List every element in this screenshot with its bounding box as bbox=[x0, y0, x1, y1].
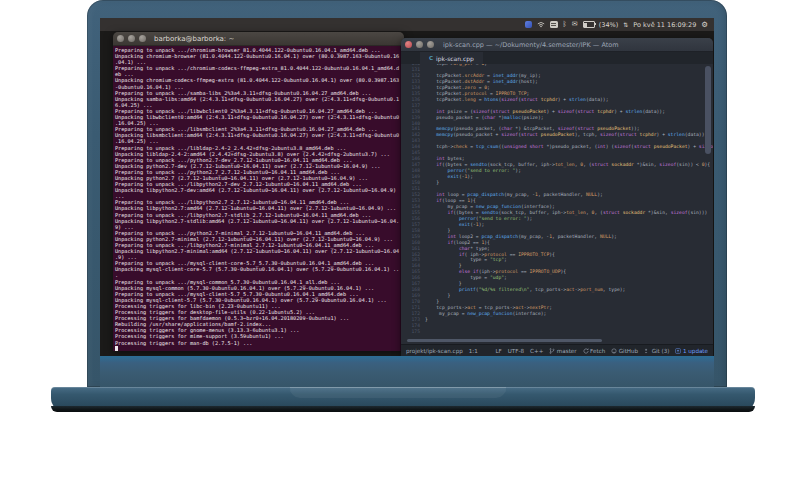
status-cursor-position[interactable]: 1:1 bbox=[469, 348, 478, 354]
atom-maximize-button[interactable] bbox=[427, 41, 434, 48]
status-left: projekt/ipk-scan.cpp 1:1 bbox=[406, 348, 478, 354]
atom-status-bar: projekt/ipk-scan.cpp 1:1 LFUTF-8C++maste… bbox=[401, 344, 713, 356]
battery-icon bbox=[583, 21, 595, 28]
line-number: 175 bbox=[401, 329, 425, 335]
atom-window-title: ipk-scan.cpp — ~/Dokumenty/4.semester/IP… bbox=[443, 41, 619, 49]
status-item-fetch[interactable]: Fetch bbox=[583, 348, 606, 354]
terminal-line: Preparing to unpack .../samba-libs_2%3a4… bbox=[115, 90, 402, 96]
git-branch-icon bbox=[549, 348, 555, 354]
status-item-c-[interactable]: C++ bbox=[530, 348, 543, 354]
status-right: LFUTF-8C++masterFetchGitHubGit (3)1 upda… bbox=[495, 348, 708, 354]
terminal-line: Unpacking libpython2.7:amd64 (2.7.12-1ub… bbox=[115, 205, 402, 211]
atom-titlebar[interactable]: ipk-scan.cpp — ~/Dokumenty/4.semester/IP… bbox=[401, 38, 713, 52]
code-editor[interactable]: 130 tcph->urg_ptr = 0;131132 tcpPacket.s… bbox=[401, 64, 713, 344]
terminal-line: Preparing to unpack .../python2.7-minima… bbox=[115, 230, 402, 236]
terminal-line: Unpacking chromium-codecs-ffmpeg-extra (… bbox=[115, 77, 402, 83]
code-text: my_pcap = new_pcap_funcion(interface); bbox=[425, 311, 546, 317]
sync-arrows-icon[interactable]: ⇅ bbox=[623, 21, 628, 28]
terminal-minimize-button[interactable] bbox=[128, 35, 135, 42]
tab-label: ipk-scan.cpp bbox=[436, 55, 474, 62]
terminal-line: Preparing to unpack .../mysql-client-5.7… bbox=[115, 291, 402, 297]
terminal-title: barborka@barborka: ~ bbox=[154, 35, 234, 43]
status-item-label: UTF-8 bbox=[508, 348, 524, 354]
status-item-label: C++ bbox=[530, 348, 543, 354]
laptop-base-edge bbox=[51, 406, 755, 412]
tab-ipk-scan[interactable]: C ipk-scan.cpp bbox=[420, 52, 483, 64]
status-item-git-3-[interactable]: Git (3) bbox=[644, 348, 669, 354]
laptop-base bbox=[51, 387, 755, 412]
status-item-label: 1 update bbox=[683, 348, 708, 354]
input-method-icon[interactable] bbox=[550, 21, 558, 28]
editor-vertical-scrollbar[interactable] bbox=[705, 66, 711, 154]
status-item-label: LF bbox=[495, 348, 501, 354]
keyboard-indicator-icon[interactable] bbox=[525, 21, 532, 28]
code-line: 142 memcpy(pseudo_packet + sizeof(struct… bbox=[401, 132, 713, 138]
terminal-close-button[interactable] bbox=[117, 35, 124, 42]
terminal-line: Unpacking samba-libs:amd64 (2:4.3.11+dfs… bbox=[115, 96, 402, 102]
terminal-maximize-button[interactable] bbox=[139, 35, 146, 42]
clock[interactable]: Po kvě 11 16:09:29 bbox=[633, 21, 696, 29]
indicator-blue-icon bbox=[525, 21, 532, 28]
status-item-label: GitHub bbox=[619, 348, 638, 354]
code-text: } bbox=[425, 317, 428, 323]
atom-minimize-button[interactable] bbox=[416, 41, 423, 48]
terminal-line: Unpacking chromium-browser (81.0.4044.12… bbox=[115, 53, 402, 59]
cpp-file-icon: C bbox=[429, 55, 433, 61]
laptop-base-notch bbox=[290, 387, 506, 398]
terminal-line: Unpacking libldap-2.4-2:amd64 (2.4.42+df… bbox=[115, 151, 402, 157]
code-line: 175 bbox=[401, 329, 713, 335]
code-text: tcph->check = tcp_csum((unsigned short *… bbox=[425, 144, 713, 150]
code-text: pseudo_packet = (char *)malloc(psize); bbox=[425, 115, 544, 121]
atom-close-button[interactable] bbox=[405, 41, 412, 48]
terminal-line: Unpacking libpython2.7-stdlib:amd64 (2.7… bbox=[115, 218, 402, 224]
system-top-panel: ᛒ ✉ (34%) ⇅ Po kvě 11 16:09:29 ⚙ bbox=[100, 18, 714, 31]
code-line: 144 tcph->check = tcp_csum((unsigned sho… bbox=[401, 144, 713, 150]
battery-indicator[interactable]: (34%) bbox=[583, 21, 619, 29]
terminal-output[interactable]: Preparing to unpack .../chromium-browser… bbox=[113, 46, 404, 351]
keyboard-layout-icon bbox=[550, 21, 558, 28]
terminal-cursor bbox=[115, 346, 118, 351]
battery-label: (34%) bbox=[599, 21, 619, 29]
sync-icon bbox=[583, 348, 589, 354]
terminal-line: Unpacking mysql-common (5.7.30-0ubuntu0.… bbox=[115, 285, 402, 291]
laptop-screen-chin bbox=[100, 356, 714, 387]
github-icon bbox=[611, 348, 617, 354]
code-text: tcph->urg_ptr = 0; bbox=[425, 64, 487, 67]
update-icon bbox=[675, 348, 681, 354]
atom-window: ipk-scan.cpp — ~/Dokumenty/4.semester/IP… bbox=[401, 38, 713, 356]
status-item-label: Git (3) bbox=[652, 348, 670, 354]
status-item-github[interactable]: GitHub bbox=[611, 348, 638, 354]
terminal-line: Unpacking libpython2.7-minimal:amd64 (2.… bbox=[115, 248, 402, 254]
terminal-titlebar[interactable]: barborka@barborka: ~ bbox=[113, 32, 404, 46]
code-text: memcpy(pseudo_packet + sizeof(struct pse… bbox=[425, 132, 707, 138]
status-item-label: Fetch bbox=[590, 348, 605, 354]
desktop-screen: ᛒ ✉ (34%) ⇅ Po kvě 11 16:09:29 ⚙ barbork… bbox=[100, 18, 714, 356]
terminal-line: Unpacking mysql-client-core-5.7 (5.7.30-… bbox=[115, 266, 402, 272]
status-item-utf-8[interactable]: UTF-8 bbox=[508, 348, 524, 354]
laptop-mockup: ᛒ ✉ (34%) ⇅ Po kvě 11 16:09:29 ⚙ barbork… bbox=[0, 0, 800, 477]
terminal-line: Preparing to unpack .../libpython2.7-std… bbox=[115, 212, 402, 218]
terminal-line: Unpacking python2.7-dev (2.7.12-1ubuntu0… bbox=[115, 163, 402, 169]
code-text: printf("%d/%s filtered\n", tcp_ports->ac… bbox=[425, 287, 625, 293]
terminal-line: Preparing to unpack .../chromium-codecs-… bbox=[115, 65, 402, 71]
status-item-lf[interactable]: LF bbox=[495, 348, 501, 354]
status-file-path[interactable]: projekt/ipk-scan.cpp bbox=[406, 348, 463, 354]
bluetooth-icon[interactable]: ᛒ bbox=[563, 21, 567, 28]
code-text: } bbox=[425, 180, 439, 186]
wifi-icon[interactable] bbox=[537, 21, 545, 28]
status-item-label: master bbox=[557, 348, 577, 354]
code-text: tcpPacket.leng = htons(sizeof(struct tcp… bbox=[425, 97, 609, 103]
code-rows: 130 tcph->urg_ptr = 0;131132 tcpPacket.s… bbox=[401, 64, 713, 335]
status-item-1-update[interactable]: 1 update bbox=[675, 348, 708, 354]
mail-icon[interactable]: ✉ bbox=[572, 21, 578, 28]
editor-horizontal-scrollbar[interactable] bbox=[407, 339, 602, 342]
terminal-line: Unpacking libpython2.7-dev:amd64 (2.7.12… bbox=[115, 187, 402, 193]
session-gear-icon[interactable]: ⚙ bbox=[701, 21, 708, 28]
git-diff-icon bbox=[644, 348, 650, 354]
status-item-master[interactable]: master bbox=[549, 348, 576, 354]
terminal-window: barborka@barborka: ~ Preparing to unpack… bbox=[113, 32, 404, 351]
atom-tab-bar: C ipk-scan.cpp bbox=[401, 52, 713, 64]
